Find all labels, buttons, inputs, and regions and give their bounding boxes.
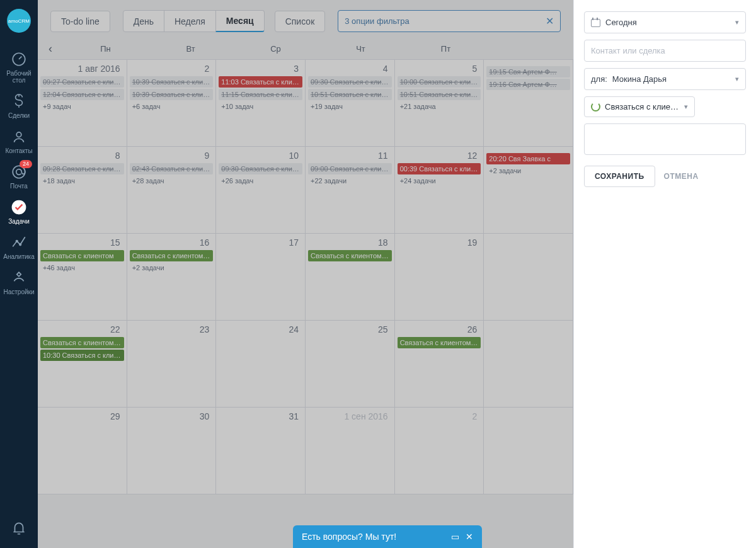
calendar-cell[interactable]: 31 (216, 408, 306, 494)
calendar-event[interactable]: 11:15 Связаться с клиентом Бухгалте… , З… (219, 89, 302, 100)
assignee-select[interactable]: для: Мокина Дарья ▾ (584, 68, 746, 90)
more-tasks[interactable]: +28 задач (130, 176, 214, 186)
calendar-event[interactable]: 10:00 Связаться с клиентом Заявка с… , О… (398, 76, 481, 88)
chat-minimize-icon[interactable]: ▭ (451, 532, 459, 542)
calendar-cell[interactable]: 1 авг 201609:27 Связаться с клиентом Джа… (38, 60, 127, 147)
calendar-cell[interactable]: 17 (216, 234, 306, 321)
nav-item-deals[interactable]: Сделки (0, 88, 38, 123)
calendar-event[interactable]: Связаться с клиентом Сергей … , Ждём опл… (130, 250, 214, 261)
calendar-cell[interactable]: 20:20 Свя Заявка с+2 задачи (484, 147, 573, 234)
prev-month-button[interactable]: ‹ (38, 42, 63, 55)
more-tasks[interactable]: +18 задач (40, 176, 124, 186)
view-day-button[interactable]: День (123, 10, 164, 32)
calendar-event[interactable]: 02:43 Связаться с клиентом Andrey, ок (130, 163, 214, 174)
calendar-cell[interactable]: 25 (306, 321, 395, 408)
cancel-button[interactable]: ОТМЕНА (664, 172, 699, 181)
calendar-cell[interactable]: 23 (127, 321, 217, 408)
more-tasks[interactable]: +2 задачи (130, 263, 214, 273)
calendar-event[interactable]: Связаться с клиентом (40, 250, 124, 261)
nav-item-contacts[interactable]: Контакты (0, 123, 38, 158)
calendar-cell[interactable]: 1 сен 2016 (306, 408, 395, 494)
note-textarea[interactable] (584, 123, 746, 155)
calendar-cell[interactable]: 19 (395, 234, 484, 321)
calendar-event[interactable]: 10:39 Связаться с клиентом Андрей, Пропу… (130, 76, 214, 88)
cell-date: 25 (308, 323, 392, 337)
more-tasks[interactable]: +24 задачи (398, 176, 481, 186)
calendar-cell[interactable]: 15Связаться с клиентом+46 задач (38, 234, 127, 321)
calendar-event[interactable]: 09:28 Связаться с клиентом Евгений … , З… (40, 163, 124, 174)
nav-item-settings[interactable]: Настройки (0, 264, 38, 299)
calendar-cell[interactable]: 19:15 Свя Артем Ф…19:16 Свя Артем Ф… (484, 60, 573, 147)
more-tasks[interactable]: +6 задач (130, 101, 214, 111)
calendar-cell[interactable]: 1200:39 Связаться с клиенто Илья, Пропущ… (395, 147, 484, 234)
calendar-cell[interactable]: 510:00 Связаться с клиентом Заявка с… , … (395, 60, 484, 147)
nav-item-tasks[interactable]: Задачи (0, 193, 38, 229)
calendar-cell[interactable]: 809:28 Связаться с клиентом Евгений … , … (38, 147, 127, 234)
calendar-cell[interactable]: 902:43 Связаться с клиентом Andrey, ок+2… (127, 147, 217, 234)
calendar-cell[interactable]: 1109:00 Связаться с клиентом ЭНКОМ-… , П… (306, 147, 395, 234)
calendar-cell[interactable]: 409:30 Связаться с клиентом Максибу… , И… (306, 60, 395, 147)
calendar-cell[interactable]: 16Связаться с клиентом Сергей … , Ждём о… (127, 234, 217, 321)
more-tasks[interactable]: +10 задач (219, 101, 302, 111)
calendar-cell[interactable]: 30 (127, 408, 217, 494)
nav-item-analytics[interactable]: Аналитика (0, 229, 38, 264)
logo[interactable]: amoCRM (7, 9, 31, 33)
more-tasks[interactable]: +2 задачи (486, 166, 570, 176)
calendar-cell[interactable]: 1009:30 Связаться с клиентом TV Shop… , … (216, 147, 306, 234)
filter-clear-icon[interactable]: ✕ (546, 15, 554, 27)
calendar-cell[interactable]: 26Связаться с клиентом Алексей… , Сделат… (395, 321, 484, 408)
calendar-event[interactable]: 19:16 Свя Артем Ф… (486, 79, 570, 90)
chat-widget[interactable]: Есть вопросы? Мы тут! ▭ ✕ (293, 525, 482, 548)
calendar-event[interactable]: Связаться с клиентом почтовик, Промнефте… (40, 337, 124, 348)
notifications-bell[interactable] (0, 514, 38, 548)
contact-input[interactable] (584, 40, 746, 62)
calendar-event[interactable]: 19:15 Свя Артем Ф… (486, 66, 570, 77)
cell-date: 17 (219, 236, 302, 250)
more-tasks[interactable]: +22 задачи (308, 176, 392, 186)
task-type-select[interactable]: Связаться с клие… ▾ (584, 96, 695, 117)
more-tasks[interactable]: +19 задач (308, 101, 392, 111)
more-tasks[interactable]: +9 задач (40, 101, 124, 111)
calendar-cell[interactable]: 311:03 Связаться с клиенто Илья, Пропуще… (216, 60, 306, 147)
calendar-event[interactable]: 09:00 Связаться с клиентом ЭНКОМ-… , При… (308, 163, 392, 174)
more-tasks[interactable]: +21 задача (398, 101, 481, 111)
calendar-event[interactable]: 09:30 Связаться с клиентом Максибу… , Ин… (308, 76, 392, 88)
todo-line-button[interactable]: To-do line (50, 11, 110, 32)
date-select[interactable]: Сегодня ▾ (584, 11, 746, 33)
more-tasks[interactable]: +26 задач (219, 176, 302, 186)
calendar-event[interactable]: 10:39 Связаться с клиентом Андрей, Пропу… (130, 89, 214, 100)
calendar-cell[interactable] (484, 321, 573, 408)
cell-date: 15 (40, 236, 124, 250)
calendar-event[interactable]: 20:20 Свя Заявка с (486, 153, 570, 164)
calendar-event[interactable]: 00:39 Связаться с клиенто Илья, Пропущен… (398, 163, 481, 174)
calendar-cell[interactable]: 24 (216, 321, 306, 408)
calendar-cell[interactable] (484, 408, 573, 494)
nav-label: Почта (0, 183, 38, 190)
cell-date: 5 (398, 62, 481, 76)
analytics-icon (11, 234, 27, 251)
calendar-cell[interactable]: 2 (395, 408, 484, 494)
view-week-button[interactable]: Неделя (164, 10, 216, 32)
calendar-cell[interactable]: 29 (38, 408, 127, 494)
view-list-button[interactable]: Список (275, 11, 326, 32)
calendar-cell[interactable]: 18Связаться с клиентом Почтовик, Тестиру… (306, 234, 395, 321)
calendar-event[interactable]: Связаться с клиентом Алексей… , Сделать … (398, 337, 481, 348)
calendar-event[interactable]: 09:27 Связаться с клиентом Джанар, Конта… (40, 76, 124, 88)
calendar-cell[interactable] (484, 234, 573, 321)
filter-input[interactable]: 3 опции фильтра ✕ (338, 10, 561, 32)
view-month-button[interactable]: Месяц (215, 10, 265, 32)
calendar-event[interactable]: 12:04 Связаться с клиентом Дмитрий, по п… (40, 89, 124, 100)
calendar-event[interactable]: 09:30 Связаться с клиентом TV Shop… , От… (219, 163, 302, 174)
nav-item-dashboard[interactable]: Рабочий стол (0, 45, 38, 88)
more-tasks[interactable]: +46 задач (40, 263, 124, 273)
calendar-event[interactable]: Связаться с клиентом Почтовик, Тестирует… (308, 250, 392, 261)
calendar-event[interactable]: 10:30 Связаться с клиентом Сеспель … , О… (40, 350, 124, 361)
nav-item-mail[interactable]: Почта 24 (0, 158, 38, 193)
calendar-event[interactable]: 10:51 Связаться с клиентом Дмитрий… , За… (398, 89, 481, 100)
calendar-event[interactable]: 11:03 Связаться с клиенто Илья, Пропущен… (219, 76, 302, 88)
calendar-cell[interactable]: 22Связаться с клиентом почтовик, Промнеф… (38, 321, 127, 408)
calendar-event[interactable]: 10:51 Связаться с клиентом Новый К… , За… (308, 89, 392, 100)
calendar-cell[interactable]: 210:39 Связаться с клиентом Андрей, Проп… (127, 60, 217, 147)
save-button[interactable]: СОХРАНИТЬ (584, 166, 655, 187)
chat-close-icon[interactable]: ✕ (466, 532, 473, 542)
